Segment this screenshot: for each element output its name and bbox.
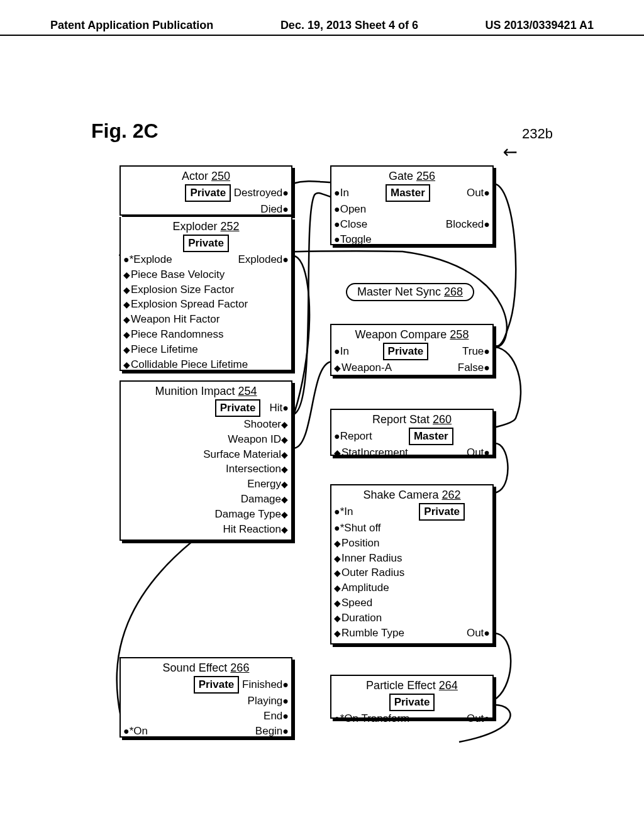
munition-intersection-port: Intersection◆ bbox=[226, 462, 289, 477]
munition-title: Munition Impact 254 bbox=[121, 382, 291, 399]
shake-shutoff-port: ●*Shut off bbox=[334, 521, 381, 536]
shake-out-port: Out● bbox=[467, 626, 490, 641]
particle-ontransform-port: ●*On Transform bbox=[334, 711, 409, 726]
wc-private-tag: Private bbox=[383, 343, 429, 360]
exploder-p6-port: ◆Piece Lifetime bbox=[123, 342, 198, 357]
actor-died-port: Died● bbox=[260, 202, 289, 217]
wc-weapona-port: ◆Weapon-A bbox=[334, 360, 392, 375]
sound-begin-port: Begin● bbox=[255, 724, 289, 739]
figure-label: Fig. 2C bbox=[91, 119, 158, 143]
shake-in-port: ●*In bbox=[334, 504, 353, 519]
exploder-p7-port: ◆Collidable Piece Lifetime bbox=[123, 357, 248, 372]
node-actor: Actor 250 Private Destroyed● Died● Handl… bbox=[119, 165, 292, 216]
particle-out-port: Out● bbox=[467, 711, 490, 726]
wc-false-port: False● bbox=[458, 360, 490, 375]
gate-title: Gate 256 bbox=[331, 167, 492, 184]
shake-title: Shake Camera 262 bbox=[331, 485, 492, 503]
exploder-explode-port: ●*Explode bbox=[123, 252, 172, 267]
exploder-p1-port: ◆Piece Base Velocity bbox=[123, 267, 225, 282]
munition-hit-port: Private Hit● bbox=[215, 399, 289, 417]
exploder-title: Exploder 252 bbox=[121, 217, 291, 235]
node-munition-impact: Munition Impact 254 Private Hit● Shooter… bbox=[119, 380, 292, 541]
particle-private-tag: Private bbox=[389, 694, 435, 711]
sound-finished-port: Private Finished● bbox=[194, 676, 289, 694]
node-particle-effect: Particle Effect 264 Private ●*On Transfo… bbox=[330, 675, 494, 719]
gate-out-port: Out● bbox=[467, 185, 490, 201]
node-exploder: Exploder 252 Private ●*ExplodeExploded● … bbox=[119, 217, 292, 371]
ref-232b: 232b bbox=[522, 126, 553, 142]
exploder-exploded-port: Exploded● bbox=[238, 252, 289, 267]
rs-report-port: ●Report bbox=[334, 429, 372, 444]
munition-damage-port: Damage◆ bbox=[241, 492, 289, 507]
shake-position-port: ◆Position bbox=[334, 536, 379, 551]
node-weapon-compare: Weapon Compare 258 ●In Private True● ◆We… bbox=[330, 324, 494, 376]
shake-duration-port: ◆Duration bbox=[334, 611, 382, 626]
sound-title: Sound Effect 266 bbox=[121, 658, 291, 676]
actor-title: Actor 250 bbox=[121, 167, 291, 184]
rs-statinc-port: ◆StatIncrement bbox=[334, 445, 408, 460]
munition-damagetype-port: Damage Type◆ bbox=[214, 507, 289, 522]
gate-open-port: ●Open bbox=[334, 202, 366, 217]
wc-title: Weapon Compare 258 bbox=[331, 325, 492, 343]
sound-playing-port: Playing● bbox=[248, 694, 289, 709]
gate-in-port: ●In bbox=[334, 185, 349, 201]
node-report-stat: Report Stat 260 ●Report Master ◆StatIncr… bbox=[330, 409, 494, 456]
shake-outer-port: ◆Outer Radius bbox=[334, 565, 404, 580]
wc-in-port: ●In bbox=[334, 344, 349, 359]
munition-shooter-port: Shooter◆ bbox=[243, 417, 289, 432]
rs-master-tag: Master bbox=[409, 428, 453, 445]
gate-toggle-port: ●Toggle bbox=[334, 232, 372, 247]
exploder-private-tag: Private bbox=[183, 235, 229, 252]
diagram-container: Actor 250 Private Destroyed● Died● Handl… bbox=[107, 160, 560, 764]
gate-blocked-port: Blocked● bbox=[446, 217, 490, 232]
exploder-p2-port: ◆Explosion Size Factor bbox=[123, 282, 234, 297]
exploder-p3-port: ◆Explosion Spread Factor bbox=[123, 297, 248, 312]
munition-hitreaction-port: Hit Reaction◆ bbox=[223, 522, 289, 537]
particle-title: Particle Effect 264 bbox=[331, 676, 492, 694]
gate-master-tag: Master bbox=[386, 184, 430, 202]
munition-energy-port: Energy◆ bbox=[247, 477, 289, 492]
shake-private-tag: Private bbox=[419, 503, 465, 521]
rs-out-port: Out● bbox=[467, 445, 490, 460]
munition-surface-port: Surface Material◆ bbox=[203, 447, 289, 462]
node-shake-camera: Shake Camera 262 ●*InPrivate ●*Shut off … bbox=[330, 484, 494, 645]
exploder-p5-port: ◆Piece Randomness bbox=[123, 327, 223, 342]
munition-weaponid-port: Weapon ID◆ bbox=[228, 432, 289, 447]
actor-destroyed-port: Private Destroyed● bbox=[185, 184, 289, 202]
shake-inner-port: ◆Inner Radius bbox=[334, 551, 402, 566]
node-sound-effect: Sound Effect 266 Private Finished● Playi… bbox=[119, 657, 292, 738]
shake-amplitude-port: ◆Amplitude bbox=[334, 580, 389, 595]
sound-on-port: ●*On bbox=[123, 724, 148, 739]
shake-rumble-port: ◆Rumble Type bbox=[334, 626, 404, 641]
header-left: Patent Application Publication bbox=[50, 19, 213, 32]
node-master-net-sync: Master Net Sync 268 bbox=[346, 283, 474, 301]
node-gate: Gate 256 ●In Master Out● ●Open ●CloseBlo… bbox=[330, 165, 494, 245]
header-center: Dec. 19, 2013 Sheet 4 of 6 bbox=[280, 19, 418, 32]
header-rule bbox=[0, 35, 644, 36]
header-right: US 2013/0339421 A1 bbox=[486, 19, 594, 32]
page-header: Patent Application Publication Dec. 19, … bbox=[0, 19, 644, 32]
shake-speed-port: ◆Speed bbox=[334, 595, 372, 611]
sound-end-port: End● bbox=[264, 709, 289, 724]
wc-true-port: True● bbox=[462, 344, 490, 359]
gate-close-port: ●Close bbox=[334, 217, 367, 232]
exploder-p4-port: ◆Weapon Hit Factor bbox=[123, 312, 219, 327]
rs-title: Report Stat 260 bbox=[331, 410, 492, 428]
